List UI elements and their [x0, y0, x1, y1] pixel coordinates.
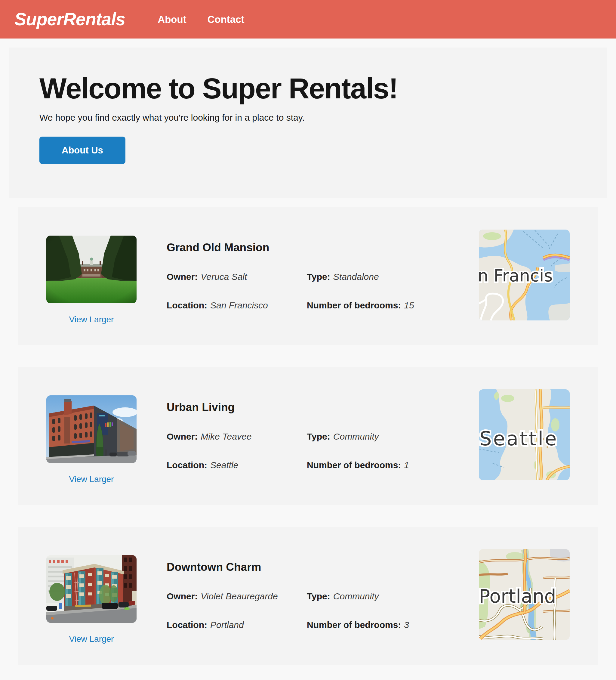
- rental-owner: Owner:Veruca Salt: [167, 271, 307, 283]
- nav-link-about[interactable]: About: [157, 15, 186, 24]
- rental-title: Grand Old Mansion: [167, 242, 479, 254]
- brand-logo[interactable]: SuperRentals: [14, 10, 125, 28]
- view-larger-link[interactable]: View Larger: [69, 634, 114, 644]
- view-larger-link[interactable]: View Larger: [69, 315, 114, 324]
- hero-subtitle: We hope you find exactly what you're loo…: [39, 113, 589, 123]
- rental-title: Downtown Charm: [167, 561, 479, 573]
- rental-bedrooms: Number of bedrooms:1: [307, 459, 479, 471]
- about-us-button[interactable]: About Us: [39, 137, 125, 164]
- top-nav-bar: SuperRentals About Contact: [0, 0, 616, 38]
- jumbo-hero: Welcome to Super Rentals! We hope you fi…: [9, 48, 607, 198]
- rental-title: Urban Living: [167, 401, 479, 414]
- view-larger-link[interactable]: View Larger: [69, 475, 114, 484]
- rental-owner: Owner:Mike Teavee: [167, 431, 307, 442]
- nav-link-contact[interactable]: Contact: [208, 15, 244, 24]
- rental-card-grand-old-mansion: View Larger Grand Old Mansion Owner:Veru…: [18, 207, 598, 345]
- rental-photo-link-downtown-charm[interactable]: [46, 555, 137, 623]
- rental-bedrooms: Number of bedrooms:3: [307, 619, 479, 631]
- rental-bedrooms: Number of bedrooms:15: [307, 300, 479, 311]
- map-label-portland: Portland: [479, 585, 556, 607]
- rental-card-urban-living: View Larger Urban Living Owner:Mike Teav…: [18, 367, 598, 505]
- map-label-san-francisco: n Francis: [479, 266, 553, 285]
- map-seattle: Seattle: [479, 389, 570, 480]
- urban-living-photo: [46, 395, 137, 463]
- rental-details: Grand Old Mansion Owner:Veruca Salt Type…: [167, 242, 479, 311]
- map-san-francisco: n Francis: [479, 230, 570, 320]
- rental-type: Type:Community: [307, 431, 479, 442]
- mansion-photo: [46, 235, 137, 303]
- rental-location: Location:San Francisco: [167, 300, 307, 311]
- rental-photo-link-urban-living[interactable]: [46, 395, 137, 463]
- rental-type: Type:Standalone: [307, 271, 479, 283]
- rental-location: Location:Seattle: [167, 459, 307, 471]
- downtown-charm-photo: [46, 555, 137, 623]
- rental-owner: Owner:Violet Beauregarde: [167, 590, 307, 602]
- page-title: Welcome to Super Rentals!: [39, 73, 589, 104]
- rental-details: Downtown Charm Owner:Violet Beauregarde …: [167, 561, 479, 631]
- rental-type: Type:Community: [307, 590, 479, 602]
- rental-card-downtown-charm: View Larger Downtown Charm Owner:Violet …: [18, 527, 598, 665]
- map-portland: Portland: [479, 549, 570, 640]
- rental-location: Location:Portland: [167, 619, 307, 631]
- map-label-seattle: Seattle: [479, 428, 558, 450]
- rental-details: Urban Living Owner:Mike Teavee Type:Comm…: [167, 401, 479, 471]
- rental-photo-link-grand-old-mansion[interactable]: [46, 235, 137, 303]
- page-container: Welcome to Super Rentals! We hope you fi…: [0, 48, 616, 665]
